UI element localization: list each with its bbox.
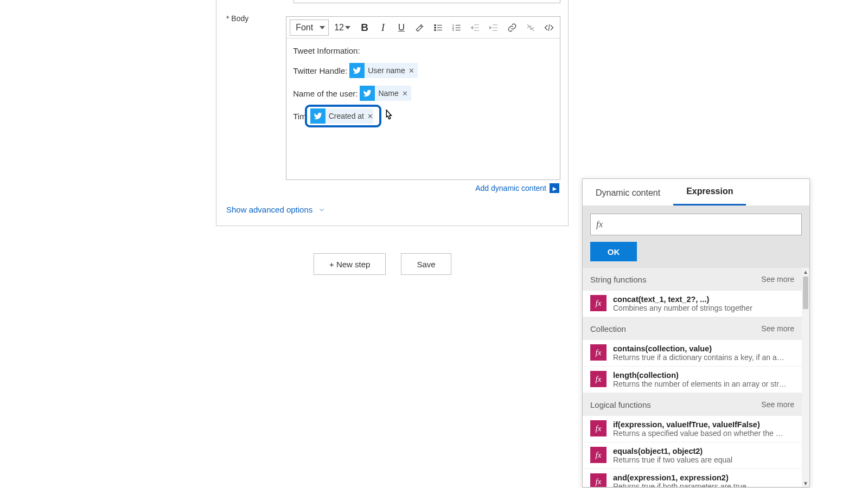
expression-panel: Dynamic content Expression fx OK String …: [582, 178, 810, 487]
fx-icon: fx: [590, 371, 607, 387]
twitter-icon: [349, 63, 365, 78]
body-text: Twitter Handle:: [293, 66, 347, 75]
chevron-down-icon: [320, 26, 325, 29]
token-user-name[interactable]: User name ✕: [349, 63, 417, 78]
subject-input[interactable]: [293, 0, 560, 3]
bold-button[interactable]: B: [357, 20, 372, 36]
fn-category-name: String functions: [590, 275, 646, 284]
fn-category: CollectionSee more: [583, 317, 802, 340]
function-list-scroll: String functionsSee morefxconcat(text_1,…: [583, 268, 809, 487]
unlink-button[interactable]: [523, 20, 538, 36]
scrollbar-thumb[interactable]: [803, 277, 808, 309]
body-editor: Font 12 B I U: [286, 16, 560, 180]
expression-input-area: fx OK: [583, 206, 809, 268]
fx-icon: fx: [590, 420, 607, 436]
fn-signature: equals(object1, object2): [613, 447, 732, 455]
panel-tabs: Dynamic content Expression: [583, 179, 809, 206]
fn-description: Returns a specified value based on wheth…: [613, 429, 787, 438]
function-list: String functionsSee morefxconcat(text_1,…: [583, 268, 802, 487]
editor-toolbar: Font 12 B I U: [286, 17, 560, 38]
fn-description: Combines any number of strings together: [613, 304, 752, 312]
fn-item[interactable]: fxif(expression, valueIfTrue, valueIfFal…: [583, 416, 802, 442]
twitter-icon: [310, 108, 326, 124]
fn-category-name: Logical functions: [590, 400, 651, 409]
add-dynamic-content-row: Add dynamic content ▸: [286, 180, 560, 193]
fn-category: Logical functionsSee more: [583, 393, 802, 416]
numbered-list-button[interactable]: 123: [449, 20, 464, 36]
token-label: Name: [375, 89, 401, 98]
token-label: Created at: [326, 112, 367, 120]
see-more-link[interactable]: See more: [761, 275, 794, 284]
fx-icon: fx: [590, 473, 607, 487]
fn-category-name: Collection: [590, 324, 626, 333]
body-label: Body: [216, 10, 286, 23]
dynamic-content-toggle-icon[interactable]: ▸: [550, 183, 559, 193]
token-name[interactable]: Name ✕: [360, 86, 411, 101]
svg-point-1: [435, 27, 436, 28]
body-text: Tweet Information:: [293, 46, 360, 55]
fn-item[interactable]: fxlength(collection)Returns the number o…: [583, 367, 802, 393]
show-advanced-options-link[interactable]: Show advanced options: [226, 205, 326, 214]
scrollbar[interactable]: ▲ ▼: [802, 268, 809, 487]
underline-button[interactable]: U: [394, 20, 409, 36]
fx-icon: fx: [590, 344, 607, 361]
indent-button[interactable]: [486, 20, 501, 36]
show-advanced-label: Show advanced options: [226, 205, 312, 214]
tab-dynamic-content[interactable]: Dynamic content: [583, 188, 673, 206]
ok-button[interactable]: OK: [590, 242, 637, 261]
italic-button[interactable]: I: [375, 20, 391, 36]
link-button[interactable]: [505, 20, 520, 36]
token-remove-icon[interactable]: ✕: [367, 112, 373, 120]
fn-description: Returns true if a dictionary contains a …: [613, 353, 787, 362]
svg-point-2: [435, 29, 436, 30]
font-select[interactable]: Font: [290, 20, 329, 36]
body-text: Tim: [293, 112, 306, 121]
fn-description: Returns the number of elements in an arr…: [613, 380, 787, 388]
scroll-down-icon[interactable]: ▼: [802, 479, 809, 487]
fx-icon: fx: [590, 295, 607, 311]
save-button[interactable]: Save: [401, 253, 451, 275]
subject-row: Subject: [216, 0, 568, 3]
svg-text:3: 3: [452, 28, 454, 31]
fn-signature: concat(text_1, text_2?, ...): [613, 295, 752, 304]
fn-signature: contains(collection, value): [613, 344, 787, 353]
see-more-link[interactable]: See more: [761, 324, 794, 333]
chevron-down-icon: [345, 26, 350, 29]
font-size-select[interactable]: 12: [332, 20, 354, 36]
fx-icon: fx: [596, 219, 603, 230]
see-more-link[interactable]: See more: [761, 400, 794, 409]
fn-signature: length(collection): [613, 371, 787, 380]
new-step-button[interactable]: + New step: [314, 253, 386, 275]
bullet-list-button[interactable]: [431, 20, 446, 36]
flow-actions: + New step Save: [314, 253, 451, 275]
twitter-icon: [360, 86, 375, 101]
fn-description: Returns true if both parameters are true: [613, 482, 746, 487]
scroll-up-icon[interactable]: ▲: [802, 268, 809, 275]
chevron-down-icon: [318, 206, 326, 214]
body-text: Name of the user:: [293, 89, 358, 98]
fn-item[interactable]: fxcontains(collection, value)Returns tru…: [583, 340, 802, 367]
token-created-at[interactable]: Created at ✕: [309, 108, 378, 124]
fn-item[interactable]: fxequals(object1, object2)Returns true i…: [583, 442, 802, 469]
fn-item[interactable]: fxand(expression1, expression2)Returns t…: [583, 469, 802, 487]
svg-point-0: [435, 24, 436, 25]
body-row: Body Font 12 B I U: [216, 10, 568, 193]
tab-expression[interactable]: Expression: [673, 187, 746, 206]
outdent-button[interactable]: [468, 20, 483, 36]
fx-icon: fx: [590, 447, 607, 463]
expression-input[interactable]: fx: [590, 214, 802, 235]
font-select-label: Font: [296, 23, 313, 33]
fn-category: String functionsSee more: [583, 268, 802, 291]
token-remove-icon[interactable]: ✕: [402, 89, 408, 98]
add-dynamic-content-link[interactable]: Add dynamic content: [475, 184, 546, 192]
fn-item[interactable]: fxconcat(text_1, text_2?, ...)Combines a…: [583, 291, 802, 317]
code-view-button[interactable]: [541, 20, 557, 36]
body-content[interactable]: Tweet Information: Twitter Handle: User …: [286, 38, 560, 179]
font-size-label: 12: [334, 23, 344, 33]
fn-signature: if(expression, valueIfTrue, valueIfFalse…: [613, 420, 787, 429]
token-remove-icon[interactable]: ✕: [409, 67, 414, 75]
fn-description: Returns true if two values are equal: [613, 455, 732, 464]
email-action-card: Subject Body Font 12 B I: [216, 0, 569, 226]
token-label: User name: [365, 66, 408, 75]
highlight-button[interactable]: [412, 20, 427, 36]
